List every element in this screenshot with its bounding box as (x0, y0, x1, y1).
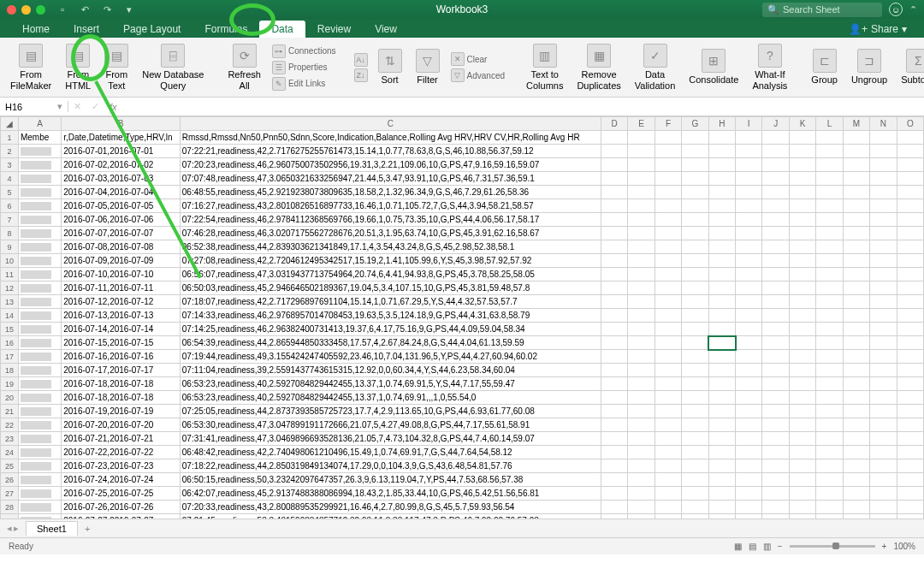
cell[interactable] (654, 405, 681, 418)
cell[interactable] (843, 309, 869, 323)
tab-view[interactable]: View (363, 21, 409, 38)
cell[interactable]: 2016-07-15,2016-07-15 (62, 336, 181, 350)
cell[interactable] (601, 227, 627, 240)
cell[interactable] (897, 446, 923, 459)
cell[interactable] (736, 131, 762, 145)
row-header[interactable]: 8 (1, 227, 19, 240)
cell[interactable] (897, 131, 923, 145)
cell[interactable] (762, 432, 789, 446)
cell[interactable] (601, 131, 627, 145)
cell[interactable] (870, 459, 897, 473)
cell[interactable]: 07:22:54,readiness,46,2.978411236856976­… (180, 213, 601, 227)
cell[interactable] (789, 309, 815, 323)
cell[interactable] (708, 145, 735, 158)
cell[interactable] (736, 282, 762, 295)
cell[interactable] (736, 295, 762, 309)
cell[interactable] (789, 364, 815, 377)
row-header[interactable]: 16 (1, 336, 19, 350)
column-header-O[interactable]: O (897, 117, 923, 131)
row-header[interactable]: 21 (1, 405, 19, 418)
column-header-L[interactable]: L (816, 117, 843, 131)
cell[interactable] (708, 199, 735, 213)
cell[interactable] (682, 377, 708, 391)
cell[interactable] (18, 268, 61, 282)
cell[interactable] (18, 254, 61, 268)
cell[interactable]: 06:48:55,readiness,45,2.9219238073809635… (180, 186, 601, 199)
cell[interactable] (816, 145, 843, 158)
cell[interactable] (816, 446, 843, 459)
cell[interactable] (601, 268, 627, 282)
cell[interactable] (601, 377, 627, 391)
cell[interactable] (762, 459, 789, 473)
cell[interactable] (628, 432, 654, 446)
new-db-query-button[interactable]: ⌸New Database Query (139, 41, 207, 93)
cell[interactable] (682, 295, 708, 309)
cell[interactable] (682, 391, 708, 405)
cell[interactable] (843, 405, 869, 418)
cell[interactable]: 06:53:23,readiness,40,2.5927084829442455… (180, 391, 601, 405)
cell[interactable] (762, 213, 789, 227)
whatif-button[interactable]: ?What-If Analysis (749, 41, 791, 93)
cell[interactable] (736, 405, 762, 418)
cell[interactable] (682, 309, 708, 323)
formula-input[interactable] (122, 102, 924, 112)
redo-icon[interactable]: ↷ (100, 3, 114, 16)
cell[interactable]: 2016-07-01,2016-07-01 (62, 145, 181, 158)
row-header[interactable]: 17 (1, 350, 19, 364)
cell[interactable] (708, 254, 735, 268)
cell[interactable] (682, 364, 708, 377)
cell[interactable] (654, 254, 681, 268)
cell[interactable] (870, 323, 897, 336)
cell[interactable] (762, 282, 789, 295)
cell[interactable] (789, 405, 815, 418)
cell[interactable] (601, 487, 627, 501)
cell[interactable] (736, 158, 762, 172)
cell[interactable] (870, 405, 897, 418)
cell[interactable] (628, 131, 654, 145)
cell[interactable] (789, 295, 815, 309)
cell[interactable] (708, 405, 735, 418)
cell[interactable] (816, 213, 843, 227)
cell[interactable] (628, 254, 654, 268)
cell[interactable] (897, 199, 923, 213)
cell[interactable] (897, 282, 923, 295)
cell[interactable] (601, 282, 627, 295)
cell[interactable]: 2016-07-17,2016-07-17 (62, 364, 181, 377)
cell[interactable]: 07:14:25,readiness,46,2.96382400731413,1… (180, 323, 601, 336)
sort-button[interactable]: ⇅Sort (375, 41, 406, 93)
cell[interactable] (789, 199, 815, 213)
cell[interactable] (736, 377, 762, 391)
cell[interactable] (682, 240, 708, 254)
row-header[interactable]: 25 (1, 459, 19, 473)
cell[interactable] (18, 446, 61, 459)
cell[interactable]: 06:52:38,readiness,44,2.8393036213418­49… (180, 240, 601, 254)
row-header[interactable]: 1 (1, 131, 19, 145)
cell[interactable]: 07:07:48,readiness,47,3.0650321633256947… (180, 172, 601, 186)
cell[interactable] (736, 459, 762, 473)
column-header-F[interactable]: F (654, 117, 681, 131)
cell[interactable] (816, 227, 843, 240)
cell[interactable] (897, 227, 923, 240)
cell[interactable] (897, 172, 923, 186)
name-box[interactable]: H16▾ (0, 101, 68, 112)
column-header-G[interactable]: G (682, 117, 708, 131)
row-header[interactable]: 12 (1, 282, 19, 295)
cell[interactable] (897, 323, 923, 336)
cell[interactable] (628, 350, 654, 364)
cell[interactable] (816, 186, 843, 199)
cell[interactable] (682, 131, 708, 145)
cell[interactable]: 2016-07-14,2016-07-14 (62, 323, 181, 336)
cell[interactable] (628, 418, 654, 432)
cell[interactable] (897, 350, 923, 364)
cell[interactable] (789, 391, 815, 405)
cell[interactable] (843, 268, 869, 282)
row-header[interactable]: 14 (1, 309, 19, 323)
cell[interactable] (601, 446, 627, 459)
cell[interactable]: 07:14:33,readiness,46,2.9768957014708453… (180, 309, 601, 323)
cell[interactable] (628, 336, 654, 350)
cell[interactable]: 2016-07-20,2016-07-20 (62, 418, 181, 432)
cell[interactable] (762, 501, 789, 514)
cell[interactable] (789, 172, 815, 186)
cell[interactable] (18, 295, 61, 309)
cell[interactable] (708, 336, 735, 350)
